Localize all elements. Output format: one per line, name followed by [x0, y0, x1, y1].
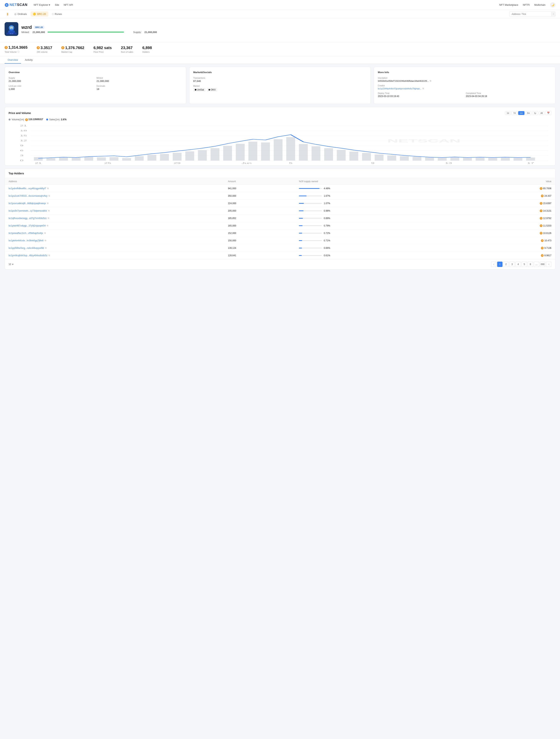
nav-nft-api[interactable]: NFT API — [63, 3, 73, 6]
svg-rect-52 — [375, 154, 384, 161]
address-link[interactable]: bc1pdmfh8kwtf6c...scp46zqgs4d6yl7 ⧉ — [9, 187, 220, 190]
tab-activity[interactable]: Activity — [22, 56, 36, 63]
page-last-btn[interactable]: 690 — [540, 262, 545, 267]
svg-rect-40 — [223, 146, 232, 161]
creator-copy-icon[interactable]: ⧉ — [422, 87, 424, 90]
nav-marketplace[interactable]: NFT Marketplace — [499, 3, 518, 6]
page-next-btn[interactable]: › — [546, 262, 551, 267]
stat-num-sales: 23,367 Num of sales — [121, 46, 133, 53]
btc-icon-val: ₿ — [540, 217, 542, 219]
page-5-btn[interactable]: 5 — [522, 262, 527, 267]
copy-icon[interactable]: ⧉ — [48, 254, 50, 257]
page-4-btn[interactable]: 4 — [516, 262, 521, 267]
market-okx[interactable]: OKX — [207, 88, 217, 92]
address-link[interactable]: bc1ps2vzk7r9533...4xcsvmwesqhvfwy ⧉ — [9, 194, 220, 197]
address-link[interactable]: bc1pp5t8tsr0xrg...nzkc44tvqcpxl9d ⧉ — [9, 247, 220, 249]
page-6-btn[interactable]: 6 — [528, 262, 533, 267]
address-link[interactable]: bc1pm9cq8sfv3up...48zy404xs8u8z5z ⧉ — [9, 254, 220, 257]
chart-btn-all[interactable]: All — [539, 111, 545, 115]
subnav-runes[interactable]: □ Runes — [50, 11, 64, 17]
legend-sales-dot — [46, 119, 48, 121]
address-link[interactable]: bc1pu5n7ywmewtп...cy73wjwnsvallck ⧉ — [9, 209, 220, 212]
logo[interactable]: N NETSCAN — [5, 3, 27, 7]
pct-text: 0.98% — [324, 209, 330, 212]
search-input[interactable] — [510, 12, 551, 17]
copy-icon[interactable]: ⧉ — [48, 209, 50, 212]
address-link[interactable]: bc1qfhxuvdwcwgg...a37g7nrnl04s5zc ⧉ — [9, 217, 220, 219]
copy-icon[interactable]: ⧉ — [44, 232, 46, 234]
pct-bar — [299, 188, 322, 189]
logo-text: NETSCAN — [10, 3, 27, 7]
per-page-selector: 10 ▾ — [9, 263, 13, 266]
tab-overview[interactable]: Overview — [5, 56, 21, 63]
stat-24h-value: ₿ 3.3517 — [37, 46, 52, 50]
copy-icon[interactable]: ⧉ — [45, 247, 46, 249]
chart-btn-3m[interactable]: 3m — [525, 111, 532, 115]
field-decimals: Decimals 18 — [97, 85, 182, 91]
page-3-btn[interactable]: 3 — [510, 262, 515, 267]
pct-bar-fill — [299, 248, 302, 249]
copy-icon[interactable]: ⧉ — [48, 217, 49, 219]
pct-bar — [299, 240, 322, 241]
inscription-copy-icon[interactable]: ⧉ — [430, 80, 431, 82]
cell-amount: 941,000 — [224, 185, 295, 192]
header-left: N NETSCAN NFT Explorer ▾ Site NFT API — [5, 3, 73, 7]
subnav-brc20[interactable]: 🟡 BRC-20 — [30, 11, 48, 17]
nav-nft-explorer[interactable]: NFT Explorer ▾ — [34, 3, 50, 6]
nav-site[interactable]: Site — [55, 3, 59, 6]
chart-btn-1d[interactable]: 1d — [505, 111, 511, 115]
value-text: 12.9762 — [543, 217, 551, 219]
subnav-bitcoin[interactable]: ₿ — [5, 11, 10, 17]
cards-row: Overview Supply 21,000,000 Minted 21,000… — [5, 67, 555, 104]
cell-pct: 0.79% — [295, 222, 469, 229]
svg-text:Jun: Jun — [242, 162, 252, 164]
creator-value: bc1p2344tp4n8c47jpuekprrxdztt4v0u79ghqw.… — [378, 87, 551, 90]
svg-rect-30 — [97, 157, 106, 161]
address-link[interactable]: bc1pewaffac2zch...vf5tk6ajsfss6jx ⧉ — [9, 232, 220, 235]
chart-btn-1y[interactable]: 1y — [532, 111, 538, 115]
page-prev-btn[interactable]: ‹ — [491, 262, 497, 267]
svg-text:IN US: IN US — [10, 33, 13, 34]
svg-text:13: 13 — [445, 162, 452, 164]
copy-icon[interactable]: ⧉ — [47, 225, 48, 227]
svg-rect-35 — [160, 154, 169, 161]
copy-icon[interactable]: ⧉ — [45, 239, 46, 242]
page-2-btn[interactable]: 2 — [503, 262, 509, 267]
address-link[interactable]: bc1ptwhf87u4pgp...37y9j2vjqxqek54 ⧉ — [9, 225, 220, 227]
pct-text: 4.48% — [324, 187, 330, 190]
nav-nftfi[interactable]: NFTFi — [523, 3, 530, 6]
subnav-ordinals[interactable]: ◎ Ordinals — [12, 11, 29, 17]
per-page-dropdown-icon[interactable]: ▾ — [12, 263, 13, 266]
chart-btn-calendar[interactable]: 📅 — [545, 111, 551, 115]
cell-address: bc1pewaffac2zch...vf5tk6ajsfss6jx ⧉ — [5, 229, 224, 237]
stat-marketcap-value: ₿ 1,376.7662 — [61, 46, 84, 50]
bitcoin-icon: ₿ — [7, 13, 8, 16]
chart-btn-1m[interactable]: 1m — [518, 111, 525, 115]
cell-amount: 224,000 — [224, 199, 295, 207]
token-badge: BRC-20 — [34, 26, 44, 29]
nav-multichain[interactable]: Multichain — [534, 3, 546, 6]
svg-text:NETSCAN: NETSCAN — [387, 138, 460, 143]
market-unisat[interactable]: UniSat — [193, 88, 205, 92]
legend-sales: Sales(1m) 2.97k — [46, 118, 66, 121]
svg-rect-29 — [85, 157, 93, 161]
address-link[interactable]: bc1puvruatknq8l...8d8qkzpaq8rweqx ⧉ — [9, 202, 220, 205]
theme-toggle[interactable]: 🌙 — [550, 2, 555, 8]
copy-icon[interactable]: ⧉ — [48, 194, 50, 197]
pct-bar — [299, 218, 322, 218]
copy-icon[interactable]: ⧉ — [47, 202, 48, 204]
btc-icon-val: ₿ — [540, 187, 542, 190]
stats-row: ₿ 1,314.3665 Total Volume ⓘ ₿ 3.3517 24h… — [0, 42, 560, 56]
svg-rect-49 — [337, 150, 345, 161]
creator-field: Creator bc1p2344tp4n8c47jpuekprrxdztt4v0… — [378, 85, 551, 90]
transactions-section: Transactions 87,646 — [193, 77, 367, 83]
page-1-btn[interactable]: 1 — [497, 262, 503, 267]
market-socials-card: Market&Socials Transactions 87,646 Marke… — [189, 67, 371, 104]
svg-rect-51 — [362, 153, 371, 161]
chart-btn-7d[interactable]: 7d — [512, 111, 517, 115]
address-link[interactable]: bc1pkrkmfxfcxlx...hr38vk0gq7j8lx6 ⧉ — [9, 239, 220, 242]
copy-icon[interactable]: ⧉ — [47, 187, 49, 190]
chart-container: 0 3 6 9 12 15 18 21 NETSCAN — [9, 123, 551, 162]
value-text: 8.9817 — [544, 254, 551, 257]
cell-amount: 205,000 — [224, 207, 295, 214]
